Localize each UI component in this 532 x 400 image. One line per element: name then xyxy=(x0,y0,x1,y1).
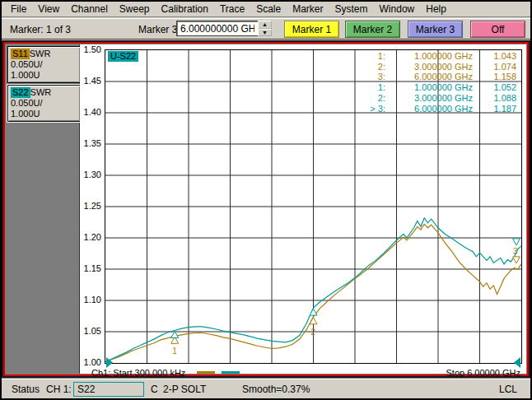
y-axis-tick-label: 1.15 xyxy=(80,263,101,273)
s22-legend-swatch xyxy=(222,371,240,374)
readout-row-s11: 3:6.000000 GHz1.158 xyxy=(352,72,517,82)
marker-1-button[interactable]: Marker 1 xyxy=(284,21,339,38)
readout-val: 1.074 xyxy=(473,62,516,72)
readout-val: 1.187 xyxy=(473,104,516,114)
menu-item-scale[interactable]: Scale xyxy=(250,2,287,16)
marker-toolbar: Marker: 1 of 3 Marker 3 ▲ ▼ Marker 1 Mar… xyxy=(2,18,530,40)
marker-readout-table: 1:1.000000 GHz1.0432:3.000000 GHz1.0743:… xyxy=(352,51,517,114)
status-bar: Status CH 1: S22 C 2-P SOLT Smooth=0.37%… xyxy=(2,378,530,398)
y-axis-tick-label: 1.40 xyxy=(80,107,101,117)
trace-button-s11[interactable]: S11SWR 0.050U/ 1.000U xyxy=(7,46,81,83)
sweep-stop-label: Stop 6.00000 GHz xyxy=(446,368,520,378)
menu-item-window[interactable]: Window xyxy=(374,2,421,16)
cal-flag-label: C xyxy=(151,384,158,395)
vna-application-window: FileViewChannelSweepCalibrationTraceScal… xyxy=(0,0,532,400)
y-axis-tick-label: 1.35 xyxy=(80,138,101,148)
marker-1-symbol xyxy=(171,331,179,337)
spin-up-icon[interactable]: ▲ xyxy=(258,21,272,29)
readout-num: 2: xyxy=(352,62,385,72)
readout-num: 1: xyxy=(352,51,385,62)
menu-item-help[interactable]: Help xyxy=(420,2,452,16)
marker-2-symbol xyxy=(310,309,317,315)
status-label: Status xyxy=(12,384,40,395)
menu-item-sweep[interactable]: Sweep xyxy=(114,2,156,16)
active-window-red-frame: S11SWR 0.050U/ 1.000U S22SWR 0.050U/ 1.0… xyxy=(3,42,529,376)
marker-3-button[interactable]: Marker 3 xyxy=(408,21,463,38)
menu-item-view[interactable]: View xyxy=(32,2,65,16)
y-axis-tick-label: 1.25 xyxy=(80,201,101,211)
marker-3-label: 3 xyxy=(513,247,518,256)
y-axis-tick-label: 1.30 xyxy=(80,170,101,179)
y-axis-tick-label: 1.50 xyxy=(80,44,101,54)
sweep-start-label: Ch1: Start 300.000 kHz xyxy=(91,368,185,378)
readout-num: 1: xyxy=(352,82,385,93)
s11-scale-label: 0.050U/ xyxy=(11,59,80,70)
local-mode-label: LCL xyxy=(499,384,517,395)
readout-row-s22: > 3:6.000000 GHz1.187 xyxy=(352,104,517,114)
menu-bar: FileViewChannelSweepCalibrationTraceScal… xyxy=(2,2,530,17)
readout-freq: 3.000000 GHz xyxy=(385,93,473,104)
s22-format-label: SWR xyxy=(30,87,52,97)
readout-freq: 1.000000 GHz xyxy=(385,82,473,93)
cal-type-label: 2-P SOLT xyxy=(163,384,206,395)
menu-item-system[interactable]: System xyxy=(329,2,374,16)
readout-num: 2: xyxy=(352,93,385,104)
readout-row-s11: 2:3.000000 GHz1.074 xyxy=(352,62,517,72)
readout-row-s22: 1:1.000000 GHz1.052 xyxy=(352,82,517,93)
readout-val: 1.158 xyxy=(473,72,516,82)
smoothing-label: Smooth=0.37% xyxy=(242,384,310,395)
s22-ref-label: 1.000U xyxy=(11,109,80,119)
marker-2-label: 2 xyxy=(311,328,316,337)
measurement-display-area: S11SWR 0.050U/ 1.000U S22SWR 0.050U/ 1.0… xyxy=(2,40,530,378)
marker-freq-label: Marker 3 xyxy=(138,24,177,35)
readout-freq: 3.000000 GHz xyxy=(385,62,473,72)
readout-val: 1.043 xyxy=(473,51,516,62)
frequency-spinner[interactable]: ▲ ▼ xyxy=(258,21,272,36)
trace-sidebar: S11SWR 0.050U/ 1.000U S22SWR 0.050U/ 1.0… xyxy=(6,44,80,374)
channel-label: CH 1: xyxy=(46,384,72,395)
spin-down-icon[interactable]: ▼ xyxy=(258,29,272,37)
menu-item-channel[interactable]: Channel xyxy=(65,2,114,16)
readout-val: 1.088 xyxy=(473,93,516,104)
readout-freq: 1.000000 GHz xyxy=(385,51,473,62)
marker-frequency-input[interactable] xyxy=(176,21,259,36)
s11-legend-swatch xyxy=(197,371,215,374)
marker-off-button[interactable]: Off xyxy=(470,21,525,38)
readout-val: 1.052 xyxy=(473,82,516,93)
readout-row-s11: 1:1.000000 GHz1.043 xyxy=(352,51,517,62)
y-axis-tick-label: 1.45 xyxy=(80,76,101,86)
marker-3-symbol xyxy=(513,239,520,245)
readout-num: 3: xyxy=(352,72,385,82)
marker-1-label: 1 xyxy=(172,347,177,356)
chart-grid-area: 123 U-S22 1:1.000000 GHz1.0432:3.000000 … xyxy=(105,49,522,364)
menu-item-file[interactable]: File xyxy=(5,2,32,16)
active-trace-title: U-S22 xyxy=(108,51,138,62)
trace-button-s22[interactable]: S22SWR 0.050U/ 1.000U xyxy=(7,85,81,122)
readout-num: > 3: xyxy=(352,104,385,114)
s11-trace-chip: S11 xyxy=(11,49,30,59)
s22-trace-chip: S22 xyxy=(11,87,30,98)
y-axis-tick-label: 1.10 xyxy=(80,295,101,305)
marker-3-symbol xyxy=(513,257,520,263)
plot-panel: 1.501.451.401.351.301.251.201.151.101.05… xyxy=(80,44,526,374)
marker-status-label: Marker: 1 of 3 xyxy=(10,24,71,35)
sweep-info-line: Ch1: Start 300.000 kHz Stop 6.00000 GHz xyxy=(91,366,520,379)
marker-2-button[interactable]: Marker 2 xyxy=(345,21,400,38)
menu-item-trace[interactable]: Trace xyxy=(214,2,250,16)
y-axis-tick-label: 1.05 xyxy=(80,326,101,336)
y-axis-tick-label: 1.20 xyxy=(80,232,101,242)
s11-ref-label: 1.000U xyxy=(11,70,80,81)
menu-item-calibration[interactable]: Calibration xyxy=(156,2,214,16)
measurement-indicator: S22 xyxy=(73,382,144,397)
readout-row-s22: 2:3.000000 GHz1.088 xyxy=(352,93,517,104)
s11-format-label: SWR xyxy=(30,49,51,58)
readout-freq: 6.000000 GHz xyxy=(385,72,473,82)
menu-item-marker[interactable]: Marker xyxy=(287,2,329,16)
readout-freq: 6.000000 GHz xyxy=(385,104,473,114)
app-window: FileViewChannelSweepCalibrationTraceScal… xyxy=(2,2,530,398)
s22-scale-label: 0.050U/ xyxy=(11,98,80,109)
